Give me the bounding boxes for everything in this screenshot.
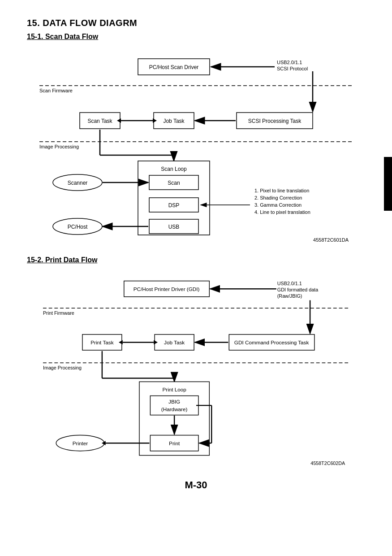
svg-text:Scan Task: Scan Task (87, 118, 112, 124)
svg-text:Image Processing: Image Processing (43, 365, 81, 370)
svg-text:Print: Print (169, 440, 180, 446)
main-title: 15. DATA FLOW DIAGRM (27, 18, 365, 28)
svg-text:PC/Host Scan Driver: PC/Host Scan Driver (149, 64, 198, 70)
svg-text:Printer: Printer (72, 440, 88, 446)
section2-title: 15-2. Print Data Flow (27, 256, 365, 264)
svg-text:(Raw/JBIG): (Raw/JBIG) (277, 293, 302, 299)
svg-text:SCSI Protocol: SCSI Protocol (277, 66, 308, 71)
right-tab (384, 157, 392, 211)
svg-text:JBIG: JBIG (168, 399, 180, 404)
svg-text:Scan: Scan (168, 180, 180, 186)
page-content: 15. DATA FLOW DIAGRM 15-1. Scan Data Flo… (0, 0, 392, 518)
svg-text:GDI formatted data: GDI formatted data (277, 287, 318, 292)
svg-text:3. Gamma Correction: 3. Gamma Correction (254, 202, 302, 208)
svg-text:4558T2C601DA: 4558T2C601DA (313, 237, 349, 243)
scan-diagram-svg: PC/Host Scan Driver USB2.0/1.1 SCSI Prot… (35, 50, 358, 243)
print-diagram: PC/Host Printer Driver (GDI) USB2.0/1.1 … (35, 273, 358, 466)
svg-text:(Hardware): (Hardware) (161, 406, 187, 412)
svg-text:Scan Loop: Scan Loop (161, 166, 187, 172)
svg-text:Print Loop: Print Loop (162, 387, 186, 392)
svg-text:SCSI Processing Task: SCSI Processing Task (248, 118, 301, 124)
print-diagram-svg: PC/Host Printer Driver (GDI) USB2.0/1.1 … (35, 273, 358, 466)
svg-text:4. Line to pixel translation: 4. Line to pixel translation (254, 209, 310, 215)
svg-text:Job Task: Job Task (164, 339, 185, 345)
scan-diagram-container: PC/Host Scan Driver USB2.0/1.1 SCSI Prot… (35, 50, 358, 243)
svg-text:Image Processing: Image Processing (39, 144, 79, 149)
svg-text:GDI Command Processing Task: GDI Command Processing Task (234, 339, 309, 345)
print-diagram-container: PC/Host Printer Driver (GDI) USB2.0/1.1 … (35, 273, 358, 466)
svg-text:Scan Firmware: Scan Firmware (39, 88, 73, 93)
svg-text:1. Pixel to line translation: 1. Pixel to line translation (254, 188, 309, 193)
svg-text:USB2.0/1.1: USB2.0/1.1 (277, 281, 302, 286)
svg-text:Print Firmware: Print Firmware (43, 310, 74, 316)
svg-text:4558T2C602DA: 4558T2C602DA (310, 460, 345, 466)
svg-text:2. Shading Correction: 2. Shading Correction (254, 195, 302, 200)
svg-text:PC/Host Printer Driver (GDI): PC/Host Printer Driver (GDI) (133, 286, 199, 292)
svg-text:USB: USB (168, 224, 179, 230)
scan-diagram: PC/Host Scan Driver USB2.0/1.1 SCSI Prot… (35, 50, 358, 243)
svg-text:Print Task: Print Task (90, 339, 113, 345)
svg-text:Job Task: Job Task (163, 118, 185, 124)
page-footer: M-30 (27, 479, 365, 500)
svg-text:Scanner: Scanner (67, 180, 87, 186)
section1-title: 15-1. Scan Data Flow (27, 33, 365, 41)
svg-text:DSP: DSP (168, 202, 179, 208)
svg-text:PC/Host: PC/Host (67, 224, 87, 230)
svg-text:USB2.0/1.1: USB2.0/1.1 (277, 60, 302, 65)
